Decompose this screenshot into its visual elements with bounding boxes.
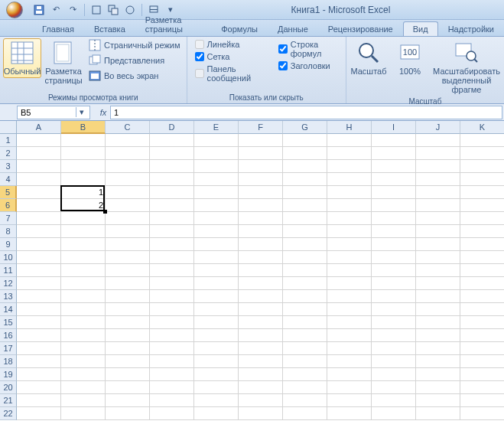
cell-F1[interactable] [239, 134, 283, 147]
cell-H15[interactable] [327, 316, 372, 329]
fx-button[interactable]: fx [96, 108, 110, 117]
cell-J21[interactable] [416, 394, 460, 407]
row-header-22[interactable]: 22 [0, 407, 17, 420]
column-header-E[interactable]: E [194, 121, 239, 134]
cell-A16[interactable] [17, 329, 61, 342]
ruler-checkbox[interactable]: Линейка [195, 40, 266, 49]
message-bar-checkbox[interactable]: Панель сообщений [195, 64, 266, 83]
tab-addins[interactable]: Надстройки [438, 21, 504, 36]
cell-B7[interactable] [61, 212, 106, 225]
cell-A17[interactable] [17, 342, 61, 355]
name-box[interactable]: B5 ▾ [17, 106, 90, 119]
cell-H17[interactable] [327, 342, 372, 355]
cell-K19[interactable] [460, 368, 504, 381]
cell-E4[interactable] [194, 173, 239, 186]
row-header-14[interactable]: 14 [0, 303, 17, 316]
cell-F8[interactable] [239, 225, 283, 238]
cell-E13[interactable] [194, 290, 239, 303]
cell-J8[interactable] [416, 225, 460, 238]
cell-J17[interactable] [416, 342, 460, 355]
cell-H22[interactable] [327, 407, 372, 420]
cell-C9[interactable] [106, 238, 150, 251]
cell-B16[interactable] [61, 329, 106, 342]
qat-btn-2[interactable] [106, 3, 120, 17]
cell-B21[interactable] [61, 394, 106, 407]
cell-D17[interactable] [150, 342, 194, 355]
cell-B8[interactable] [61, 225, 106, 238]
cell-K10[interactable] [460, 251, 504, 264]
cell-G19[interactable] [283, 368, 327, 381]
cell-D11[interactable] [150, 264, 194, 277]
column-header-F[interactable]: F [239, 121, 283, 134]
cell-C14[interactable] [106, 303, 150, 316]
cell-J16[interactable] [416, 329, 460, 342]
row-header-8[interactable]: 8 [0, 225, 17, 238]
redo-icon[interactable]: ↷ [66, 3, 80, 17]
row-header-11[interactable]: 11 [0, 264, 17, 277]
cell-J19[interactable] [416, 368, 460, 381]
cell-K15[interactable] [460, 316, 504, 329]
cell-B9[interactable] [61, 238, 106, 251]
tab-page-layout[interactable]: Разметка страницы [135, 12, 211, 36]
cell-E5[interactable] [194, 186, 239, 199]
cell-H3[interactable] [327, 160, 372, 173]
cell-H12[interactable] [327, 277, 372, 290]
cell-F22[interactable] [239, 407, 283, 420]
cell-D8[interactable] [150, 225, 194, 238]
cell-B13[interactable] [61, 290, 106, 303]
row-header-20[interactable]: 20 [0, 381, 17, 394]
cell-C1[interactable] [106, 134, 150, 147]
cell-B3[interactable] [61, 160, 106, 173]
page-layout-button[interactable]: Разметка страницы [44, 38, 83, 87]
row-header-21[interactable]: 21 [0, 394, 17, 407]
ruler-check-input[interactable] [195, 40, 204, 49]
cell-A18[interactable] [17, 355, 61, 368]
tab-home[interactable]: Главная [32, 21, 84, 36]
cell-C11[interactable] [106, 264, 150, 277]
cell-F14[interactable] [239, 303, 283, 316]
headings-check-input[interactable] [278, 61, 288, 70]
cell-D18[interactable] [150, 355, 194, 368]
cell-K9[interactable] [460, 238, 504, 251]
cell-I6[interactable] [372, 199, 416, 212]
cell-C15[interactable] [106, 316, 150, 329]
cell-K13[interactable] [460, 290, 504, 303]
save-icon[interactable] [32, 3, 46, 17]
row-header-19[interactable]: 19 [0, 368, 17, 381]
cell-I19[interactable] [372, 368, 416, 381]
cell-D9[interactable] [150, 238, 194, 251]
cell-C18[interactable] [106, 355, 150, 368]
cell-I22[interactable] [372, 407, 416, 420]
cell-E17[interactable] [194, 342, 239, 355]
cell-K4[interactable] [460, 173, 504, 186]
cell-A19[interactable] [17, 368, 61, 381]
cell-I12[interactable] [372, 277, 416, 290]
cell-I1[interactable] [372, 134, 416, 147]
cell-J2[interactable] [416, 147, 460, 160]
cell-I18[interactable] [372, 355, 416, 368]
cell-G1[interactable] [283, 134, 327, 147]
cell-I20[interactable] [372, 381, 416, 394]
cell-F15[interactable] [239, 316, 283, 329]
cell-J22[interactable] [416, 407, 460, 420]
cell-F19[interactable] [239, 368, 283, 381]
cell-G17[interactable] [283, 342, 327, 355]
cell-C8[interactable] [106, 225, 150, 238]
column-header-I[interactable]: I [372, 121, 416, 134]
cell-F21[interactable] [239, 394, 283, 407]
cell-A13[interactable] [17, 290, 61, 303]
cell-A10[interactable] [17, 251, 61, 264]
cell-D19[interactable] [150, 368, 194, 381]
cell-C6[interactable] [106, 199, 150, 212]
cell-J11[interactable] [416, 264, 460, 277]
cell-K17[interactable] [460, 342, 504, 355]
cell-F11[interactable] [239, 264, 283, 277]
cell-B5[interactable]: 1 [61, 186, 106, 199]
cell-G18[interactable] [283, 355, 327, 368]
cell-F16[interactable] [239, 329, 283, 342]
cell-H5[interactable] [327, 186, 372, 199]
cell-F7[interactable] [239, 212, 283, 225]
cell-I11[interactable] [372, 264, 416, 277]
normal-view-button[interactable]: Обычный [3, 38, 41, 78]
cell-I7[interactable] [372, 212, 416, 225]
